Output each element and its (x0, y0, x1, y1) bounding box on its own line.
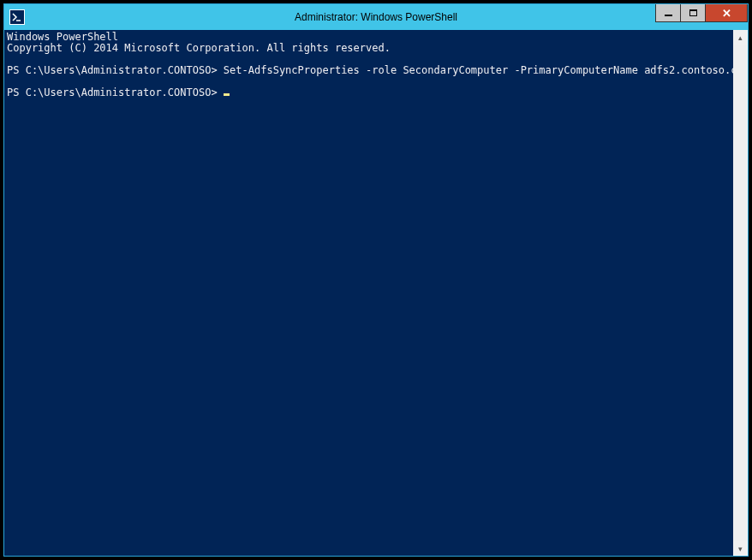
minimize-button[interactable] (655, 4, 681, 22)
output-line: Windows PowerShell (7, 31, 118, 43)
powershell-window: Administrator: Windows PowerShell ✕ Wind… (3, 3, 749, 557)
titlebar[interactable]: Administrator: Windows PowerShell ✕ (4, 4, 748, 30)
prompt-prefix: PS C:\Users\Administrator.CONTOSO> (7, 64, 218, 76)
prompt-line: PS C:\Users\Administrator.CONTOSO> (7, 86, 230, 98)
maximize-button[interactable] (680, 4, 706, 22)
chevron-down-icon: ▾ (738, 545, 743, 553)
window-title: Administrator: Windows PowerShell (4, 11, 748, 23)
minimize-icon (665, 15, 672, 16)
output-line: Copyright (C) 2014 Microsoft Corporation… (7, 42, 391, 54)
scroll-down-button[interactable]: ▾ (733, 541, 748, 556)
prompt-command (218, 86, 224, 98)
scroll-up-button[interactable]: ▴ (733, 30, 748, 45)
scroll-track[interactable] (733, 45, 748, 541)
maximize-icon (689, 9, 697, 16)
powershell-icon (9, 9, 25, 25)
chevron-up-icon: ▴ (738, 33, 743, 42)
prompt-line: PS C:\Users\Administrator.CONTOSO> Set-A… (7, 64, 733, 76)
prompt-command: Set-AdfsSyncProperties -role SecondaryCo… (218, 64, 733, 76)
client-area: Windows PowerShell Copyright (C) 2014 Mi… (4, 30, 748, 556)
close-button[interactable]: ✕ (705, 4, 748, 22)
vertical-scrollbar[interactable]: ▴ ▾ (733, 30, 748, 556)
cursor (224, 93, 230, 96)
close-icon: ✕ (722, 8, 731, 19)
prompt-prefix: PS C:\Users\Administrator.CONTOSO> (7, 86, 218, 98)
terminal-output[interactable]: Windows PowerShell Copyright (C) 2014 Mi… (4, 30, 733, 556)
window-controls: ✕ (656, 4, 748, 22)
